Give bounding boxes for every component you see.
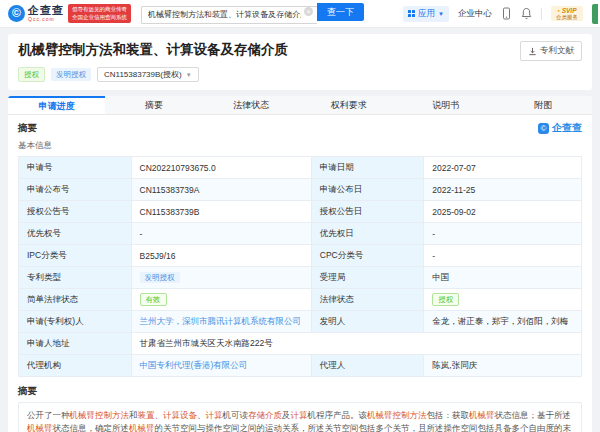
page-title: 机械臂控制方法和装置、计算设备及存储介质 [18, 41, 288, 59]
field-label: 优先权号 [19, 223, 132, 245]
qcc-logo-domain: Qcc.com [28, 17, 64, 22]
table-row: 授权公告号 CN115383739B 授权公告日 2025-09-02 [19, 201, 582, 223]
patent-type-badge: 发明授权 [140, 272, 180, 283]
qcc-watermark-icon: © [538, 123, 549, 134]
field-label: 申请号 [19, 157, 132, 179]
field-label: IPC分类号 [19, 245, 132, 267]
enterprise-center-link[interactable]: 企业中心 [458, 8, 492, 20]
agents-value: 陈岚,张同庆 [424, 355, 582, 377]
field-label: 专利类型 [19, 267, 132, 289]
field-value: 2025-09-02 [424, 201, 582, 223]
apps-grid-icon [408, 10, 415, 17]
patent-detail-card: 申请进度 摘要 法律状态 权利要求 说明书 附图 摘要 © 企查查 基本信息 申… [8, 96, 592, 432]
table-row: 专利类型 发明授权 受理局 中国 [19, 267, 582, 289]
legal-status-cell: 授权 [424, 289, 582, 311]
chevron-down-icon: ▼ [186, 72, 192, 78]
basic-info-table: 申请号 CN202210793675.0 申请日期 2022-07-07 申请公… [18, 156, 582, 377]
tab-claims[interactable]: 权利要求 [300, 96, 397, 114]
field-label: 代理人 [311, 355, 424, 377]
download-icon [528, 47, 537, 56]
qcc-logo[interactable]: © 企查查 Qcc.com [8, 5, 64, 22]
field-value: 2022-11-25 [424, 179, 582, 201]
tab-application-progress[interactable]: 申请进度 [8, 96, 105, 114]
search-button[interactable]: 查一下 [317, 3, 364, 21]
table-row: 申请号 CN202210793675.0 申请日期 2022-07-07 [19, 157, 582, 179]
basic-info-label: 基本信息 [18, 140, 582, 152]
field-value: - [424, 245, 582, 267]
patent-header-card: 机械臂控制方法和装置、计算设备及存储介质 专利文献 授权 发明授权 CN1153… [8, 34, 592, 90]
qcc-watermark: © 企查查 [538, 121, 582, 135]
abstract-section-title: 摘要 [18, 385, 582, 398]
crown-icon: ▪ [558, 7, 560, 14]
main-content: 机械臂控制方法和装置、计算设备及存储介质 专利文献 授权 发明授权 CN1153… [0, 28, 600, 432]
field-label: 申请公布号 [19, 179, 132, 201]
granted-status-badge: 授权 [432, 293, 459, 306]
agency-link[interactable]: 中国专利代理(香港)有限公司 [140, 360, 248, 370]
tab-legal-status[interactable]: 法律状态 [203, 96, 300, 114]
table-row: 申请(专利权)人 兰州大学，深圳市腾讯计算机系统有限公司 发明人 金龙，谢正泰，… [19, 311, 582, 333]
inventors-value: 金龙，谢正泰，郑宇，刘佰阳，刘梅 [424, 311, 582, 333]
table-row: 优先权号 - 优先权日 - [19, 223, 582, 245]
field-label: 授权公告号 [19, 201, 132, 223]
applicant-cell: 兰州大学，深圳市腾讯计算机系统有限公司 [131, 311, 311, 333]
field-label: CPC分类号 [311, 245, 424, 267]
table-row: IPC分类号 B25J9/16 CPC分类号 - [19, 245, 582, 267]
simple-legal-status-cell: 有效 [131, 289, 311, 311]
field-value: CN115383739A [131, 179, 311, 201]
field-label: 简单法律状态 [19, 289, 132, 311]
field-value: CN115383739B [131, 201, 311, 223]
apps-menu-button[interactable]: 应用 ▼ [403, 6, 449, 22]
chevron-down-icon: ▼ [438, 11, 444, 17]
qcc-logo-icon: © [8, 5, 25, 22]
field-label: 授权公告日 [311, 201, 424, 223]
field-label: 优先权日 [311, 223, 424, 245]
table-row: 代理机构 中国专利代理(香港)有限公司 代理人 陈岚,张同庆 [19, 355, 582, 377]
tab-abstract[interactable]: 摘要 [105, 96, 202, 114]
valid-status-badge: 有效 [140, 293, 167, 306]
field-label: 代理机构 [19, 355, 132, 377]
field-value: CN202210793675.0 [131, 157, 311, 179]
field-value: - [424, 223, 582, 245]
patent-document-button[interactable]: 专利文献 [520, 41, 582, 61]
field-label: 申请公布日 [311, 179, 424, 201]
table-row: 申请公布号 CN115383739A 申请公布日 2022-11-25 [19, 179, 582, 201]
search-input[interactable] [141, 6, 317, 24]
field-label: 发明人 [311, 311, 424, 333]
field-label: 申请日期 [311, 157, 424, 179]
mobile-phone-icon[interactable] [501, 7, 512, 20]
abstract-box: 公开了一种机械臂控制方法和装置、计算设备、计算机可读存储介质及计算机程序产品。该… [18, 402, 582, 432]
tab-specification[interactable]: 说明书 [397, 96, 494, 114]
patent-number-dropdown[interactable]: CN115383739B(授权) ▼ [97, 67, 199, 82]
applicant-address-value: 甘肃省兰州市城关区天水南路222号 [131, 333, 581, 355]
field-value: B25J9/16 [131, 245, 311, 267]
applicant-link[interactable]: 兰州大学，深圳市腾讯计算机系统有限公司 [140, 316, 302, 326]
notification-bell-icon[interactable] [521, 7, 532, 20]
brand-slogan: 倡导有远见的商业传奇 全国企业信用查询系统 [68, 4, 131, 23]
field-label: 受理局 [311, 267, 424, 289]
avatar[interactable] [592, 4, 598, 24]
field-label: 申请人地址 [19, 333, 132, 355]
field-label: 法律状态 [311, 289, 424, 311]
patent-type-cell: 发明授权 [131, 267, 311, 289]
qcc-logo-text: 企查查 [28, 5, 64, 16]
patent-type-badge: 发明授权 [51, 68, 91, 81]
field-value: - [131, 223, 311, 245]
summary-section-title: 摘要 [18, 122, 37, 135]
detail-tabbar: 申请进度 摘要 法律状态 权利要求 说明书 附图 [8, 96, 592, 115]
svip-member-badge[interactable]: ▪ SVIP 会员服务 [551, 6, 583, 22]
status-badge: 授权 [18, 67, 45, 82]
agency-cell: 中国专利代理(香港)有限公司 [131, 355, 311, 377]
tab-drawings[interactable]: 附图 [495, 96, 592, 114]
abstract-text: 公开了一种机械臂控制方法和装置、计算设备、计算机可读存储介质及计算机程序产品。该… [27, 410, 571, 432]
table-row: 简单法律状态 有效 法律状态 授权 [19, 289, 582, 311]
divider [541, 8, 542, 20]
top-navbar: © 企查查 Qcc.com 倡导有远见的商业传奇 全国企业信用查询系统 × 查一… [0, 0, 600, 28]
table-row: 申请人地址 甘肃省兰州市城关区天水南路222号 [19, 333, 582, 355]
field-value: 2022-07-07 [424, 157, 582, 179]
field-label: 申请(专利权)人 [19, 311, 132, 333]
field-value: 中国 [424, 267, 582, 289]
